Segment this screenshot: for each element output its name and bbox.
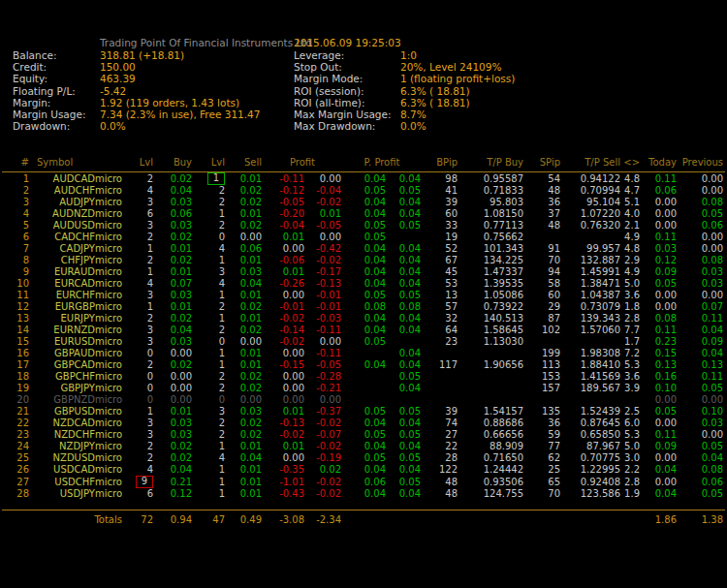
cell-today: 0.03 <box>642 243 679 255</box>
cell-sell: 0.01 <box>227 348 264 359</box>
cell-profit_buy: 0.00 <box>264 394 306 406</box>
info-row-right-3: ROI (session):6.3% ( 18.81) <box>294 85 515 97</box>
cell-lvl_sell: 1 <box>194 208 227 220</box>
cell-lvl_buy: 2 <box>124 452 155 464</box>
cell-spread: 2.8 <box>622 313 642 325</box>
cell-symbol: AUDCADmicro <box>31 172 124 186</box>
cell-sell: 0.00 <box>227 394 264 406</box>
cell-spip: 65 <box>525 476 562 488</box>
info-row-right-4: ROI (all-time):6.3% ( 18.81) <box>294 97 515 108</box>
cell-sell: 0.00 <box>227 232 264 243</box>
cell-buy: 0.01 <box>155 266 194 278</box>
cell-sell: 0.49 <box>227 511 264 529</box>
cell-lvl_buy: 3 <box>124 336 155 348</box>
cell-previous: 0.00 <box>679 394 725 406</box>
cell-num: 7 <box>2 243 31 255</box>
cell-pprofit_buy: 0.05 <box>343 336 388 348</box>
cell-pprofit_buy: 0.04 <box>343 464 388 476</box>
cell-spread: 2.8 <box>622 476 642 488</box>
cell-lvl_sell: 2 <box>194 185 227 197</box>
cell-sell: 0.02 <box>227 220 264 232</box>
cell-symbol: GBPJPYmicro <box>31 383 124 394</box>
cell-pprofit_buy: 0.06 <box>343 476 388 488</box>
cell-profit_buy: -0.12 <box>264 185 306 197</box>
cell-previous: 0.11 <box>679 313 725 325</box>
cell-tp_buy: 1.13030 <box>459 336 525 348</box>
cell-tp_buy: 1.05086 <box>459 290 525 301</box>
cell-profit_buy: 0.01 <box>264 406 306 418</box>
cell-profit_sell: -0.02 <box>306 197 343 208</box>
cell-num: 3 <box>2 197 31 208</box>
cell-today: 0.04 <box>642 464 679 476</box>
cell-lvl_sell: 3 <box>194 406 227 418</box>
cell-bpip <box>423 383 459 394</box>
cell-tp_buy: 1.90656 <box>459 359 525 371</box>
cell-lvl_sell: 4 <box>194 278 227 290</box>
cell-today: 0.05 <box>642 406 679 418</box>
info-label: Credit: <box>13 61 100 73</box>
cell-sell: 0.04 <box>227 452 264 464</box>
cell-spread: 5.0 <box>622 278 642 290</box>
cell-pprofit_buy: 0.04 <box>343 418 388 429</box>
cell-lvl_buy: 0 <box>124 383 155 394</box>
cell-today: 0.00 <box>642 220 679 232</box>
cell-tp_sell: 0.73079 <box>562 301 622 313</box>
col-header: Buy <box>155 154 194 172</box>
info-value: 7.34 (2.3% in use), Free 311.47 <box>100 108 260 120</box>
cell-num: 2 <box>2 185 31 197</box>
cell-profit_buy: -0.26 <box>264 278 306 290</box>
cell-profit_sell: -2.34 <box>306 511 343 529</box>
col-header: SPip <box>525 154 562 172</box>
cell-tp_buy: 0.77113 <box>459 220 525 232</box>
cell-symbol: USDCADmicro <box>31 464 124 476</box>
cell-pprofit_sell: 0.04 <box>388 359 423 371</box>
cell-previous: 0.04 <box>679 452 725 464</box>
info-label: ROI (all-time): <box>294 97 400 108</box>
info-label: Max Drawdown: <box>294 120 400 132</box>
col-header: P. Profit <box>343 154 423 172</box>
cell-previous: 0.10 <box>679 406 725 418</box>
cell-buy: 0.02 <box>155 172 194 186</box>
cell-tp_buy: 95.803 <box>459 197 525 208</box>
cell-pprofit_sell <box>388 232 423 243</box>
cell-lvl_buy: 2 <box>124 232 155 243</box>
cell-buy: 0.04 <box>155 185 194 197</box>
cell-tp_buy: 0.93506 <box>459 476 525 488</box>
cell-spip: 29 <box>525 301 562 313</box>
cell-previous: 0.09 <box>679 336 725 348</box>
cell-buy: 0.02 <box>155 232 194 243</box>
cell-lvl_sell: 4 <box>194 243 227 255</box>
cell-spip <box>525 394 562 406</box>
info-row-right-2: Margin Mode:1 (floating profit+loss) <box>294 73 515 84</box>
cell-pprofit_sell: 0.05 <box>388 290 423 301</box>
cell-bpip: 48 <box>423 488 459 500</box>
cell-spip: 62 <box>525 452 562 464</box>
cell-profit_sell: -0.42 <box>306 243 343 255</box>
cell-sell: 0.01 <box>227 476 264 488</box>
cell-sell: 0.03 <box>227 406 264 418</box>
cell-today: 0.08 <box>642 313 679 325</box>
info-label: Balance: <box>13 49 100 61</box>
cell-previous: 0.00 <box>679 172 725 186</box>
cell-tp_sell: 123.586 <box>562 488 622 500</box>
info-label: Equity: <box>13 73 100 84</box>
cell-num: 12 <box>2 301 31 313</box>
cell-tp_sell: 95.104 <box>562 197 622 208</box>
cell-bpip: 19 <box>423 232 459 243</box>
cell-today: 0.12 <box>642 255 679 266</box>
info-label: Max Margin Usage: <box>294 108 400 120</box>
cell-tp_sell: 1.88410 <box>562 359 622 371</box>
cell-lvl_buy: 3 <box>124 290 155 301</box>
cell-num: 24 <box>2 441 31 452</box>
cell-profit_sell: -0.21 <box>306 383 343 394</box>
cell-symbol: NZDCADmicro <box>31 418 124 429</box>
cell-profit_sell: -0.11 <box>306 348 343 359</box>
cell-lvl_buy: 2 <box>124 313 155 325</box>
cell-num <box>2 511 31 529</box>
green-alert-box: 1 <box>207 172 225 185</box>
cell-sell: 0.02 <box>227 418 264 429</box>
info-label: ROI (session): <box>294 85 400 97</box>
cell-tp_sell: 87.967 <box>562 441 622 452</box>
cell-profit_buy: 0.01 <box>264 266 306 278</box>
cell-symbol: AUDNZDmicro <box>31 208 124 220</box>
